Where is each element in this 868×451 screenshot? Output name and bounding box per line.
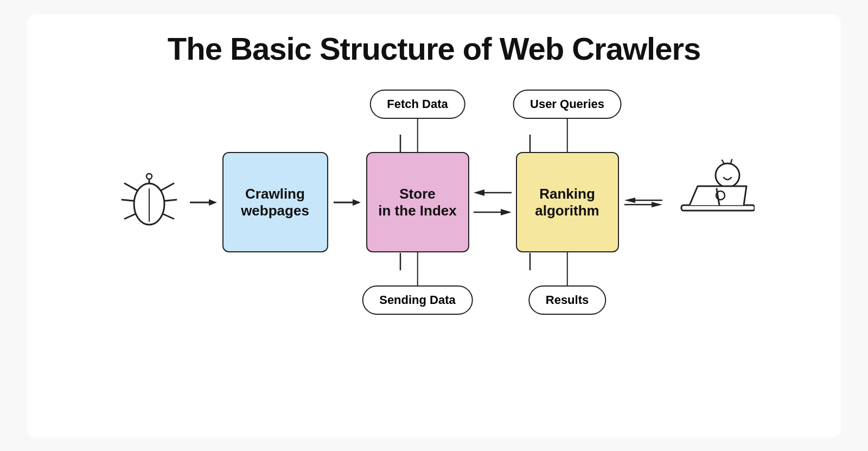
box-ranking: Ranking algorithm (516, 152, 619, 252)
arrow-bug-to-crawling (190, 196, 217, 209)
box-store: Store in the Index (366, 152, 469, 252)
sending-data-label: Sending Data (379, 293, 456, 307)
ranking-section: User Queries Ranking algorithm Results (516, 152, 619, 252)
results-pill: Results (528, 285, 606, 315)
store-label: Store in the Index (378, 186, 456, 219)
fetch-data-label: Fetch Data (387, 97, 448, 111)
arrow-ranking-to-store (474, 187, 512, 199)
store-section: Fetch Data Store in the Index Sending Da… (366, 152, 469, 252)
svg-rect-29 (681, 205, 755, 211)
svg-marker-15 (209, 199, 217, 206)
sending-data-pill: Sending Data (362, 285, 473, 315)
user-queries-pill: User Queries (513, 90, 622, 119)
bug-icon (114, 167, 184, 238)
crawling-label: Crawling webpages (241, 186, 309, 219)
ranking-label: Ranking algorithm (535, 186, 599, 219)
svg-marker-17 (353, 199, 361, 206)
svg-line-28 (731, 160, 732, 163)
page-title: The Basic Structure of Web Crawlers (168, 30, 700, 67)
diagram: Crawling webpages Fetch Data Store in th… (49, 94, 819, 311)
user-queries-label: User Queries (530, 97, 604, 111)
double-arrow (474, 187, 512, 218)
box-crawling: Crawling webpages (222, 152, 328, 252)
person-laptop-icon (668, 159, 755, 246)
arrow-crawling-to-store (334, 196, 361, 209)
svg-point-13 (146, 174, 152, 179)
results-label: Results (546, 293, 589, 307)
svg-line-27 (722, 160, 724, 164)
bidirectional-person-ranking (624, 196, 662, 209)
svg-marker-25 (652, 202, 662, 207)
main-container: The Basic Structure of Web Crawlers (27, 14, 841, 437)
svg-point-26 (716, 163, 739, 187)
svg-marker-19 (474, 189, 484, 196)
arrow-store-to-ranking (474, 206, 512, 218)
arrow-ranking-to-person (624, 196, 662, 209)
svg-marker-23 (624, 198, 635, 203)
svg-marker-21 (501, 209, 512, 215)
fetch-data-pill: Fetch Data (369, 90, 465, 119)
